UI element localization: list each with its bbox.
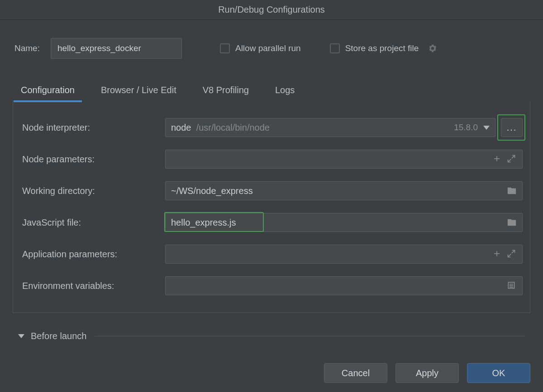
checkbox-box: [330, 43, 340, 53]
allow-parallel-label: Allow parallel run: [235, 43, 301, 53]
javascript-file-field[interactable]: hello_express.js: [165, 213, 523, 232]
divider: [95, 336, 525, 336]
store-project-checkbox[interactable]: Store as project file: [330, 43, 438, 53]
before-launch-label: Before launch: [31, 331, 86, 341]
row-node-parameters: Node parameters:: [20, 143, 523, 175]
application-parameters-field[interactable]: [165, 245, 523, 264]
expand-icon[interactable]: [507, 249, 517, 259]
label-application-parameters: Application parameters:: [20, 249, 165, 260]
row-environment-variables: Environment variables:: [20, 270, 523, 302]
svg-line-6: [512, 250, 515, 254]
interpreter-version: 15.8.0: [454, 123, 478, 132]
plus-icon[interactable]: [492, 249, 502, 259]
window-title-text: Run/Debug Configurations: [218, 5, 325, 15]
interpreter-wrap: node /usr/local/bin/node 15.8.0 ...: [165, 118, 523, 137]
javascript-file-value: hello_express.js: [171, 217, 236, 228]
label-node-parameters: Node parameters:: [20, 154, 165, 165]
tab-configuration[interactable]: Configuration: [19, 81, 76, 101]
svg-line-7: [508, 254, 511, 257]
svg-line-2: [512, 156, 515, 159]
row-working-directory: Working directory: ~/WS/node_express: [20, 175, 523, 207]
folder-icon[interactable]: [507, 217, 517, 227]
chevron-down-icon: [18, 334, 24, 338]
apply-button[interactable]: Apply: [395, 363, 459, 383]
gear-icon[interactable]: [428, 43, 438, 53]
working-directory-field[interactable]: ~/WS/node_express: [165, 181, 523, 200]
chevron-down-icon: [483, 126, 490, 130]
name-field[interactable]: hello_express_docker: [51, 38, 182, 59]
node-interpreter-field[interactable]: node /usr/local/bin/node 15.8.0: [165, 118, 495, 137]
configuration-panel: Node interpreter: node /usr/local/bin/no…: [13, 101, 530, 313]
interpreter-path: /usr/local/bin/node: [196, 123, 270, 133]
svg-line-3: [508, 159, 511, 162]
before-launch-section[interactable]: Before launch: [18, 331, 525, 341]
label-node-interpreter: Node interpreter:: [20, 123, 165, 133]
window-title: Run/Debug Configurations: [0, 0, 543, 20]
dialog-buttons: Cancel Apply OK: [324, 363, 530, 383]
cancel-button[interactable]: Cancel: [324, 363, 387, 383]
browse-interpreter-button[interactable]: ...: [501, 118, 523, 137]
name-label: Name:: [14, 43, 40, 53]
environment-variables-field[interactable]: [165, 276, 523, 295]
row-javascript-file: JavaScript file: hello_express.js: [20, 207, 523, 238]
list-icon[interactable]: [507, 281, 517, 291]
tab-bar: Configuration Browser / Live Edit V8 Pro…: [0, 81, 543, 101]
folder-icon[interactable]: [507, 186, 517, 196]
allow-parallel-checkbox[interactable]: Allow parallel run: [220, 43, 301, 53]
interpreter-name: node: [171, 123, 191, 133]
node-parameters-field[interactable]: [165, 150, 523, 169]
ok-button[interactable]: OK: [467, 363, 530, 383]
store-project-label: Store as project file: [345, 43, 419, 53]
label-working-directory: Working directory:: [20, 186, 165, 196]
tab-logs[interactable]: Logs: [273, 81, 296, 101]
tab-browser-live-edit[interactable]: Browser / Live Edit: [99, 81, 178, 101]
label-environment-variables: Environment variables:: [20, 281, 165, 291]
working-directory-value: ~/WS/node_express: [171, 186, 253, 196]
header-row: Name: hello_express_docker Allow paralle…: [0, 20, 543, 72]
tab-v8-profiling[interactable]: V8 Profiling: [201, 81, 251, 101]
checkbox-box: [220, 43, 230, 53]
row-node-interpreter: Node interpreter: node /usr/local/bin/no…: [20, 112, 523, 143]
label-javascript-file: JavaScript file:: [20, 217, 165, 228]
plus-icon[interactable]: [492, 154, 502, 164]
row-application-parameters: Application parameters:: [20, 238, 523, 270]
name-field-value: hello_express_docker: [57, 43, 141, 53]
expand-icon[interactable]: [507, 154, 517, 164]
